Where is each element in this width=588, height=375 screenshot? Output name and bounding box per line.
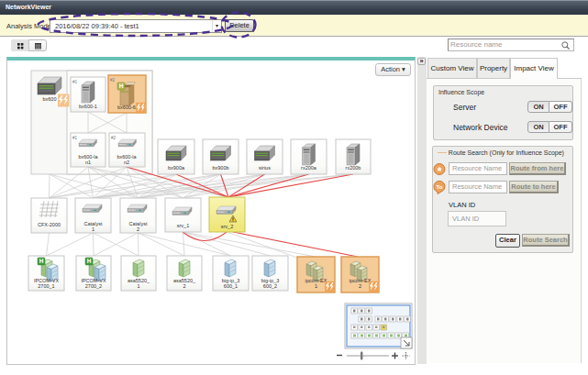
svg-text:#1: #1 — [72, 136, 78, 140]
svg-text:srv_1: srv_1 — [177, 223, 189, 228]
svg-text:sirius: sirius — [259, 165, 271, 171]
svg-text:To: To — [437, 184, 443, 190]
svg-text:1: 1 — [315, 283, 317, 289]
svg-text:bx600-6: bx600-6 — [117, 105, 136, 110]
svg-text:2: 2 — [359, 283, 361, 289]
svg-text:2: 2 — [183, 283, 185, 289]
svg-text:CFX-2000: CFX-2000 — [38, 222, 61, 227]
svg-text:bx900a: bx900a — [168, 165, 185, 171]
svg-text:2700_1: 2700_1 — [38, 283, 54, 289]
svg-text:600_1: 600_1 — [224, 283, 238, 289]
svg-text:rx200a: rx200a — [301, 165, 317, 171]
svg-text:#2: #2 — [111, 136, 116, 140]
svg-text:bx900b: bx900b — [212, 165, 228, 171]
svg-text:bx600: bx600 — [43, 96, 57, 102]
svg-text:n1: n1 — [85, 160, 91, 165]
svg-text:2700_2: 2700_2 — [85, 283, 102, 289]
svg-text:rx200b: rx200b — [346, 165, 361, 171]
svg-text:1: 1 — [137, 283, 139, 289]
svg-text:srv_2: srv_2 — [221, 224, 233, 229]
svg-text:#1: #1 — [72, 80, 78, 84]
svg-text:n2: n2 — [124, 160, 129, 165]
svg-text:1: 1 — [92, 226, 94, 232]
svg-text:#2: #2 — [110, 78, 116, 83]
svg-text:600_2: 600_2 — [263, 283, 277, 289]
svg-text:2: 2 — [137, 226, 139, 232]
svg-text:bx600-1: bx600-1 — [79, 104, 97, 109]
